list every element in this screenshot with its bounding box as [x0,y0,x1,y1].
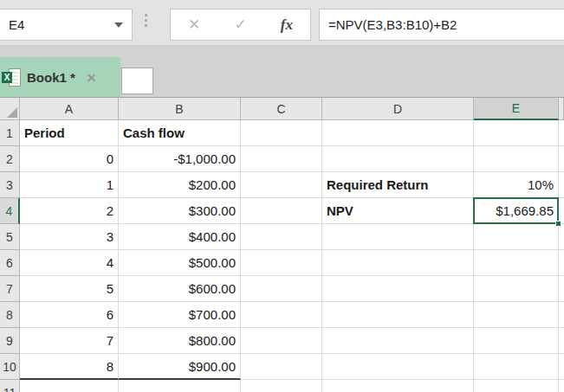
cell-E8[interactable] [474,302,559,328]
cell-B9[interactable]: $800.00 [119,328,241,354]
cell-F7[interactable] [559,276,564,302]
insert-function-icon[interactable]: fx [281,16,293,34]
cell-D10[interactable] [322,354,474,380]
cell-A9[interactable]: 7 [20,328,119,354]
cell-E11[interactable] [474,380,559,392]
row-header-5[interactable]: 5 [0,224,20,250]
cell-B4[interactable]: $300.00 [119,198,241,224]
cell-E1[interactable] [474,120,559,146]
row-header-8[interactable]: 8 [0,302,20,328]
row-header-7[interactable]: 7 [0,276,20,302]
cell-E7[interactable] [474,276,559,302]
cell-E3[interactable]: 10% [474,172,559,198]
cell-E10[interactable] [474,354,559,380]
cell-D3[interactable]: Required Return [322,172,474,198]
cell-A7[interactable]: 5 [20,276,119,302]
cell-C10[interactable] [241,354,322,380]
cell-E9[interactable] [474,328,559,354]
row-header-1[interactable]: 1 [0,120,20,146]
row-header-10[interactable]: 10 [0,354,20,380]
cell-C3[interactable] [241,172,322,198]
active-cell-value: $1,669.85 [496,203,554,218]
row-header-9[interactable]: 9 [0,328,20,354]
row-header-11[interactable]: 11 [0,380,20,392]
cell-B7[interactable]: $600.00 [119,276,241,302]
new-tab-box[interactable] [121,67,153,94]
formula-bar-row: E4 ✕ ✓ fx =NPV(E3,B3:B10)+B2 [0,0,564,45]
column-header-D[interactable]: D [322,98,474,120]
name-box[interactable]: E4 [0,9,133,41]
cell-B1[interactable]: Cash flow [119,120,241,146]
cell-F6[interactable] [559,250,564,276]
cell-E2[interactable] [474,146,559,172]
formula-text: =NPV(E3,B3:B10)+B2 [328,17,457,32]
column-header-E[interactable]: E [474,98,559,120]
formula-bar-resize-handle-icon [145,14,147,27]
cell-C11[interactable] [241,380,322,392]
cell-E6[interactable] [474,250,559,276]
select-all-corner[interactable] [0,98,20,120]
formula-buttons-group: ✕ ✓ fx [170,9,311,41]
cell-C2[interactable] [241,146,322,172]
cell-F9[interactable] [559,328,564,354]
cell-A10[interactable]: 8 [20,354,119,380]
row-header-3[interactable]: 3 [0,172,20,198]
column-header-A[interactable]: A [20,98,119,120]
cell-A5[interactable]: 3 [20,224,119,250]
cell-B8[interactable]: $700.00 [119,302,241,328]
cell-B5[interactable]: $400.00 [119,224,241,250]
cell-E4-active[interactable]: $1,669.85 [474,198,559,224]
cell-B2[interactable]: -$1,000.00 [119,146,241,172]
name-box-dropdown-icon[interactable] [114,22,123,28]
cell-A6[interactable]: 4 [20,250,119,276]
cell-F5[interactable] [559,224,564,250]
cell-D11[interactable] [322,380,474,392]
cell-D4[interactable]: NPV [322,198,474,224]
cell-D1[interactable] [322,120,474,146]
cell-A1[interactable]: Period [20,120,119,146]
cancel-icon[interactable]: ✕ [188,16,200,34]
column-header-F-sliver[interactable] [559,98,564,120]
cell-D7[interactable] [322,276,474,302]
row-header-6[interactable]: 6 [0,250,20,276]
cell-D6[interactable] [322,250,474,276]
column-header-C[interactable]: C [241,98,322,120]
formula-input[interactable]: =NPV(E3,B3:B10)+B2 [319,9,564,41]
cell-C5[interactable] [241,224,322,250]
cell-F2[interactable] [559,146,564,172]
cell-D8[interactable] [322,302,474,328]
cell-A3[interactable]: 1 [20,172,119,198]
enter-icon[interactable]: ✓ [234,16,246,34]
cell-D2[interactable] [322,146,474,172]
cell-B3[interactable]: $200.00 [119,172,241,198]
workbook-tab[interactable]: X Book1 * ✕ [0,57,120,98]
cell-F1[interactable] [559,120,564,146]
cell-B10[interactable]: $900.00 [119,354,241,380]
cell-A4[interactable]: 2 [20,198,119,224]
cell-D5[interactable] [322,224,474,250]
cell-C7[interactable] [241,276,322,302]
cell-F3[interactable] [559,172,564,198]
cell-E5[interactable] [474,224,559,250]
row-header-4[interactable]: 4 [0,198,20,224]
row-header-2[interactable]: 2 [0,146,20,172]
workbook-tab-title: Book1 * [27,70,75,85]
cell-C6[interactable] [241,250,322,276]
cell-A8[interactable]: 6 [20,302,119,328]
cell-D9[interactable] [322,328,474,354]
tab-close-icon[interactable]: ✕ [87,71,97,85]
cell-B6[interactable]: $500.00 [119,250,241,276]
cell-F11[interactable] [559,380,564,392]
cell-F8[interactable] [559,302,564,328]
column-header-B[interactable]: B [119,98,241,120]
cell-A11[interactable] [20,380,119,392]
cell-F10[interactable] [559,354,564,380]
cell-C1[interactable] [241,120,322,146]
cell-C4[interactable] [241,198,322,224]
cell-C8[interactable] [241,302,322,328]
fill-handle[interactable] [555,221,561,227]
spreadsheet-grid: A B C D E 1 Period Cash flow 2 0 -$1,000… [0,97,564,392]
cell-B11[interactable] [119,380,241,392]
cell-A2[interactable]: 0 [20,146,119,172]
cell-C9[interactable] [241,328,322,354]
